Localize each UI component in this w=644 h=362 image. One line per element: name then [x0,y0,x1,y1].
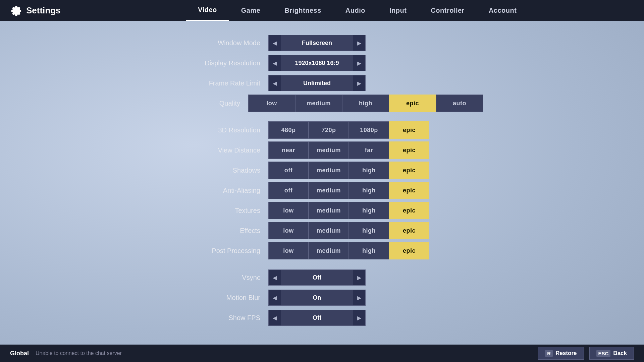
quality-row: Quality low medium high epic auto [161,95,483,112]
frame-rate-selector: ◀ Unlimited ▶ [268,75,366,91]
frame-rate-prev[interactable]: ◀ [269,75,281,91]
window-mode-prev[interactable]: ◀ [269,35,281,51]
textures-high[interactable]: high [349,202,389,219]
shadows-high[interactable]: high [349,162,389,179]
status-message: Unable to connect to the chat server [36,350,122,356]
view-distance-row: View Distance near medium far epic [161,141,483,159]
shadows-row: Shadows off medium high epic [161,162,483,179]
post-processing-group: low medium high epic [268,242,429,259]
effects-group: low medium high epic [268,222,429,239]
window-mode-row: Window Mode ◀ Fullscreen ▶ [161,34,483,52]
display-resolution-prev[interactable]: ◀ [269,55,281,71]
quality-medium[interactable]: medium [295,95,342,112]
app-title-text: Settings [26,5,61,16]
tab-video[interactable]: Video [186,0,229,21]
vsync-label: Vsync [161,274,268,282]
shadows-label: Shadows [161,167,268,174]
display-resolution-next[interactable]: ▶ [353,55,365,71]
anti-aliasing-off[interactable]: off [268,182,309,199]
view-distance-medium[interactable]: medium [309,141,349,159]
effects-label: Effects [161,227,268,235]
frame-rate-row: Frame Rate Limit ◀ Unlimited ▶ [161,74,483,92]
shadows-medium[interactable]: medium [309,162,349,179]
tab-input[interactable]: Input [377,0,419,21]
quality-group: low medium high epic auto [248,95,483,112]
frame-rate-next[interactable]: ▶ [353,75,365,91]
textures-label: Textures [161,207,268,215]
tab-account[interactable]: Account [477,0,529,21]
show-fps-next[interactable]: ▶ [353,310,365,325]
quality-label: Quality [161,100,248,107]
effects-epic[interactable]: epic [389,222,429,239]
post-processing-low[interactable]: low [268,242,309,259]
back-button[interactable]: ESC Back [589,347,634,360]
view-distance-epic[interactable]: epic [389,141,429,159]
window-mode-selector: ◀ Fullscreen ▶ [268,35,366,51]
effects-low[interactable]: low [268,222,309,239]
app-title: Settings [10,4,61,16]
effects-medium[interactable]: medium [309,222,349,239]
quality-high[interactable]: high [342,95,389,112]
motion-blur-next[interactable]: ▶ [353,290,365,305]
resolution3d-group: 480p 720p 1080p epic [268,121,429,139]
resolution3d-480p[interactable]: 480p [268,121,309,139]
tab-controller[interactable]: Controller [419,0,477,21]
bottom-actions: R Restore ESC Back [538,347,634,360]
vsync-row: Vsync ◀ Off ▶ [161,269,483,286]
post-processing-epic[interactable]: epic [389,242,429,259]
quality-auto[interactable]: auto [436,95,483,112]
window-mode-value: Fullscreen [281,40,353,47]
post-processing-high[interactable]: high [349,242,389,259]
show-fps-label: Show FPS [161,314,268,322]
show-fps-value: Off [281,314,353,321]
post-processing-medium[interactable]: medium [309,242,349,259]
frame-rate-label: Frame Rate Limit [161,79,268,87]
post-processing-label: Post Processing [161,247,268,255]
textures-epic[interactable]: epic [389,202,429,219]
restore-button[interactable]: R Restore [538,347,584,360]
anti-aliasing-group: off medium high epic [268,182,429,199]
vsync-selector: ◀ Off ▶ [268,269,366,286]
view-distance-label: View Distance [161,146,268,154]
textures-group: low medium high epic [268,202,429,219]
tab-audio[interactable]: Audio [333,0,377,21]
anti-aliasing-epic[interactable]: epic [389,182,429,199]
vsync-prev[interactable]: ◀ [269,270,281,285]
resolution3d-row: 3D Resolution 480p 720p 1080p epic [161,121,483,139]
shadows-epic[interactable]: epic [389,162,429,179]
anti-aliasing-label: Anti-Aliasing [161,187,268,194]
display-resolution-selector: ◀ 644x362 16:9 ▶ [268,55,366,71]
window-mode-next[interactable]: ▶ [353,35,365,51]
view-distance-near[interactable]: near [268,141,309,159]
resolution3d-epic[interactable]: epic [389,121,429,139]
resolution3d-720p[interactable]: 720p [309,121,349,139]
shadows-off[interactable]: off [268,162,309,179]
motion-blur-prev[interactable]: ◀ [269,290,281,305]
effects-row: Effects low medium high epic [161,222,483,239]
restore-key: R [545,350,553,357]
resolution3d-1080p[interactable]: 1080p [349,121,389,139]
quality-low[interactable]: low [248,95,295,112]
window-mode-label: Window Mode [161,39,268,47]
post-processing-row: Post Processing low medium high epic [161,242,483,259]
tab-brightness[interactable]: Brightness [272,0,333,21]
display-resolution-value: 644x362 16:9 [281,60,353,67]
textures-low[interactable]: low [268,202,309,219]
anti-aliasing-medium[interactable]: medium [309,182,349,199]
back-label: Back [613,350,627,357]
tab-game[interactable]: Game [229,0,273,21]
textures-medium[interactable]: medium [309,202,349,219]
motion-blur-value: On [281,294,353,301]
back-key: ESC [596,350,611,357]
view-distance-far[interactable]: far [349,141,389,159]
quality-epic[interactable]: epic [389,95,436,112]
anti-aliasing-high[interactable]: high [349,182,389,199]
view-distance-group: near medium far epic [268,141,429,159]
vsync-next[interactable]: ▶ [353,270,365,285]
show-fps-prev[interactable]: ◀ [269,310,281,325]
effects-high[interactable]: high [349,222,389,239]
main-content: Window Mode ◀ Fullscreen ▶ Display Resol… [0,21,644,329]
anti-aliasing-row: Anti-Aliasing off medium high epic [161,182,483,199]
display-resolution-row: Display Resolution ◀ 644x362 16:9 ▶ [161,54,483,72]
show-fps-row: Show FPS ◀ Off ▶ [161,309,483,326]
